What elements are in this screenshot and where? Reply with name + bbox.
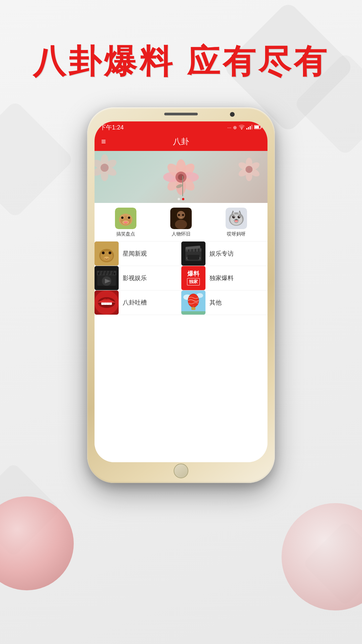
baoliao-text-sub: 独家 [187, 278, 200, 285]
list-img-tucao [95, 290, 119, 315]
list-item-tucao[interactable]: 八卦吐槽 [95, 290, 181, 315]
list-row-3: 八卦吐槽 [95, 290, 267, 315]
svg-point-45 [178, 214, 180, 216]
svg-point-56 [234, 216, 235, 217]
nav-title: 八卦 [173, 136, 189, 147]
list-row-1: 星闻新观 [95, 241, 267, 266]
category-img-gaoxiao [115, 208, 136, 229]
list-img-other [181, 290, 205, 315]
list-label-yule: 娱乐专访 [209, 250, 234, 258]
category-item-renwu[interactable]: 人物怀旧 [170, 208, 192, 237]
status-time: 下午1:24 [100, 123, 124, 131]
decorative-ball-right [282, 503, 362, 610]
app-screen: 下午1:24 ··· ⊕ [95, 121, 267, 462]
phone-camera [230, 112, 235, 117]
svg-point-57 [239, 216, 240, 217]
svg-rect-3 [251, 125, 252, 129]
svg-point-41 [124, 221, 128, 223]
svg-point-65 [109, 252, 111, 254]
svg-point-44 [175, 220, 187, 229]
banner-stem [176, 176, 189, 196]
wifi-icon [239, 125, 245, 130]
list-item-yule[interactable]: 娱乐专访 [181, 241, 268, 266]
list-label-other: 其他 [209, 299, 222, 307]
list-item-baoliao[interactable]: 爆料 独家 独家爆料 [181, 266, 268, 290]
category-img-renwu [170, 208, 192, 229]
signal-bars-icon [246, 125, 252, 130]
svg-point-23 [101, 164, 109, 172]
banner-flower-right [237, 158, 261, 181]
category-item-gaoxiao[interactable]: 搞笑盘点 [115, 208, 136, 237]
svg-point-64 [102, 252, 105, 254]
list-img-xingwen [95, 241, 119, 266]
svg-rect-89 [98, 273, 100, 275]
banner-dot-2[interactable] [182, 198, 184, 200]
category-img-aiya [226, 208, 247, 229]
svg-rect-90 [114, 273, 115, 275]
status-bar: 下午1:24 ··· ⊕ [95, 121, 267, 133]
category-label-renwu: 人物怀旧 [172, 231, 190, 237]
menu-icon[interactable]: ≡ [101, 138, 106, 146]
category-icons-row: 搞笑盘点 人物怀旧 [95, 203, 267, 241]
category-item-aiya[interactable]: 哎呀妈呀 [226, 208, 247, 237]
list-label-yingshi: 影视娱乐 [123, 274, 147, 282]
svg-rect-5 [255, 126, 259, 128]
phone-mockup: 下午1:24 ··· ⊕ [87, 107, 275, 483]
svg-point-46 [182, 214, 184, 216]
banner-dots [178, 198, 184, 200]
svg-point-30 [246, 166, 253, 173]
list-label-xingwen: 星闻新观 [123, 250, 147, 258]
svg-rect-77 [187, 255, 199, 260]
list-img-baoliao: 爆料 独家 [181, 266, 205, 290]
svg-point-38 [121, 217, 123, 219]
svg-rect-1 [248, 127, 249, 129]
phone-screen: 下午1:24 ··· ⊕ [95, 121, 267, 462]
bg-shape-3 [0, 100, 74, 219]
data-icon: ⊕ [233, 125, 237, 130]
banner[interactable] [95, 151, 267, 203]
category-label-aiya: 哎呀妈呀 [227, 231, 246, 237]
list-item-other[interactable]: 其他 [181, 290, 268, 315]
svg-point-32 [176, 183, 183, 189]
list-row-2: 影视娱乐 爆料 独家 独家爆料 [95, 266, 267, 290]
list-item-xingwen[interactable]: 星闻新观 [95, 241, 181, 266]
phone-speaker [164, 113, 198, 115]
list-section: 星闻新观 [95, 241, 267, 462]
signal-dots-icon: ··· [227, 125, 231, 130]
list-label-baoliao: 独家爆料 [209, 274, 234, 282]
list-img-yule [181, 241, 205, 266]
svg-rect-102 [191, 307, 195, 310]
category-label-gaoxiao: 搞笑盘点 [116, 231, 135, 237]
nav-bar: ≡ 八卦 [95, 133, 267, 151]
banner-dot-1[interactable] [178, 198, 180, 200]
svg-rect-107 [181, 311, 205, 315]
svg-rect-0 [246, 128, 247, 129]
headline: 八卦爆料 应有尽有 [0, 44, 362, 80]
phone-home-button [174, 464, 188, 478]
list-item-yingshi[interactable]: 影视娱乐 [95, 266, 181, 290]
banner-flower-left [95, 154, 118, 181]
list-img-yingshi [95, 266, 119, 290]
svg-rect-2 [250, 126, 251, 129]
decorative-ball-left [0, 496, 74, 590]
status-icons: ··· ⊕ [227, 125, 262, 130]
baoliao-text-main: 爆料 [187, 271, 199, 277]
svg-point-60 [235, 220, 238, 222]
svg-point-39 [128, 217, 130, 219]
list-label-tucao: 八卦吐槽 [123, 299, 147, 307]
